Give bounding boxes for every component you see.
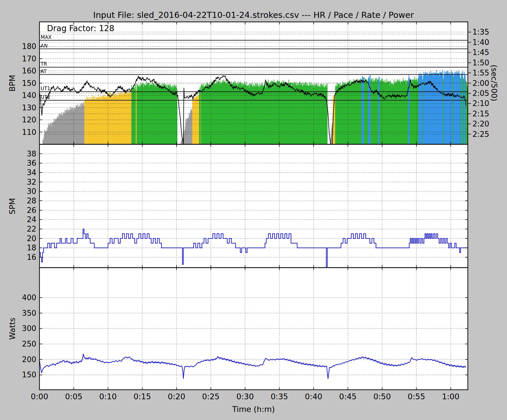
rowing-workout-figure: MAXANTRATUT1UT21101201301401501601701801… xyxy=(0,0,507,420)
bpm-tick-label: 110 xyxy=(22,128,36,137)
spm-tick-label: 22 xyxy=(27,225,36,233)
spm-tick-label: 36 xyxy=(27,159,36,167)
zone-label-ut2: UT2 xyxy=(41,94,50,100)
bpm-tick-label: 170 xyxy=(22,54,36,63)
pace-tick-label: 2:00 xyxy=(472,79,489,88)
time-tick-label: 0:50 xyxy=(373,392,391,401)
watts-tick-label: 350 xyxy=(22,309,36,317)
watts-tick-label: 250 xyxy=(22,340,36,348)
time-tick-label: 0:45 xyxy=(339,392,357,401)
time-tick-label: 0:40 xyxy=(305,392,322,401)
watts-axis-title: Watts xyxy=(8,318,17,340)
spm-tick-label: 16 xyxy=(27,253,36,262)
spm-tick-label: 34 xyxy=(27,168,36,177)
watts-tick-label: 400 xyxy=(22,293,36,302)
time-tick-label: 1:00 xyxy=(442,392,459,401)
time-tick-label: 0:00 xyxy=(31,392,48,401)
spm-tick-label: 18 xyxy=(27,243,36,252)
time-tick-label: 0:05 xyxy=(65,392,83,401)
spm-tick-label: 24 xyxy=(27,215,36,224)
time-tick-label: 0:15 xyxy=(134,392,151,401)
pace-tick-label: 2:25 xyxy=(472,130,489,139)
zone-label-tr: TR xyxy=(40,61,47,67)
bpm-tick-label: 130 xyxy=(22,103,36,112)
bpm-tick-label: 150 xyxy=(22,79,36,88)
spm-tick-label: 26 xyxy=(27,206,36,215)
bpm-tick-label: 160 xyxy=(22,67,36,75)
time-tick-label: 0:20 xyxy=(168,392,186,401)
pace-tick-label: 1:50 xyxy=(472,58,489,67)
zone-label-at: AT xyxy=(41,69,47,74)
bpm-axis-title: BPM xyxy=(8,75,17,92)
pace-tick-label: 1:55 xyxy=(472,69,489,77)
spm-tick-label: 30 xyxy=(27,187,36,196)
zone-label-an: AN xyxy=(41,43,48,49)
pace-tick-label: 1:40 xyxy=(472,38,489,47)
watts-tick-label: 150 xyxy=(22,370,36,379)
time-tick-label: 0:55 xyxy=(408,392,425,401)
bpm-tick-label: 120 xyxy=(22,116,36,124)
spm-tick-label: 28 xyxy=(27,196,36,205)
pace-axis-title: (sec/500) xyxy=(490,65,499,101)
watts-tick-label: 300 xyxy=(22,324,36,333)
drag-factor-annotation: Drag Factor: 128 xyxy=(47,24,114,33)
spm-tick-label: 20 xyxy=(27,234,36,243)
time-tick-label: 0:25 xyxy=(202,392,220,401)
zone-label-max: MAX xyxy=(41,34,52,40)
time-tick-label: 0:10 xyxy=(99,392,117,401)
time-axis-title: Time (h:m) xyxy=(232,405,275,414)
spm-axis-title: SPM xyxy=(8,198,17,215)
zone-label-ut1: UT1 xyxy=(41,86,50,91)
figure-title: Input File: sled_2016-04-22T10-01-24.str… xyxy=(93,10,414,20)
time-tick-label: 0:30 xyxy=(236,392,254,401)
pace-tick-label: 2:20 xyxy=(472,120,489,128)
pace-tick-label: 1:45 xyxy=(472,48,489,57)
watts-tick-label: 200 xyxy=(22,355,36,364)
figure: MAXANTRATUT1UT21101201301401501601701801… xyxy=(0,0,507,420)
spm-tick-label: 32 xyxy=(27,178,36,186)
bpm-tick-label: 180 xyxy=(22,42,36,51)
spm-tick-label: 38 xyxy=(27,150,36,158)
time-tick-label: 0:35 xyxy=(270,392,288,401)
pace-tick-label: 2:05 xyxy=(472,89,489,98)
pace-tick-label: 1:35 xyxy=(472,28,489,36)
spm-plot-bg xyxy=(39,144,468,268)
pace-tick-label: 2:15 xyxy=(472,109,489,118)
pace-tick-label: 2:10 xyxy=(472,99,489,108)
bpm-tick-label: 140 xyxy=(22,91,36,100)
charts-root: MAXANTRATUT1UT21101201301401501601701801… xyxy=(22,22,489,401)
